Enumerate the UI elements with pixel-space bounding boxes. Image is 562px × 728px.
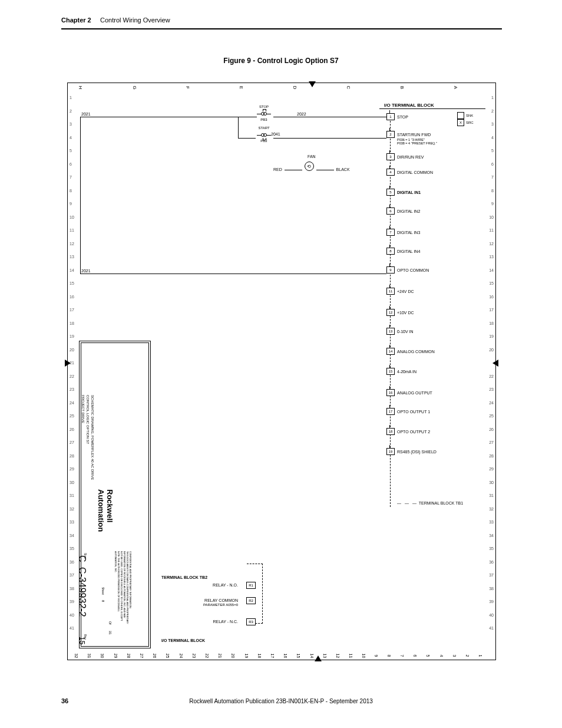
terminal-box-2: 2 — [386, 131, 395, 138]
grid-col-D: D — [292, 86, 297, 90]
io-terminal-block-title: I/O TERMINAL BLOCK — [384, 103, 434, 108]
grid-bottom-19: 19 — [244, 654, 249, 658]
grid-row-right-4: 4 — [491, 136, 494, 140]
grid-bottom-9: 9 — [374, 655, 378, 657]
tb1-label: — — — TERMINAL BLOCK TB1 — [397, 501, 463, 505]
titleblock-conf4: NOT BE USED, COPIED OR DISCLOSED TO OTHE… — [120, 551, 123, 621]
terminal-4: 4DIGITAL COMMON — [386, 169, 433, 180]
terminal-tick-5 — [389, 186, 391, 189]
grid-row-right-22: 22 — [489, 374, 494, 378]
grid-row-left-14: 14 — [70, 268, 74, 272]
grid-bottom-2: 2 — [465, 655, 470, 657]
grid-row-right-32: 32 — [489, 507, 494, 511]
grid-row-left-36: 36 — [70, 560, 74, 564]
terminal-8: 8DIGITAL IN4 — [386, 248, 420, 259]
wire-start-out — [273, 138, 386, 139]
grid-row-right-28: 28 — [489, 454, 494, 458]
grid-col-H: H — [78, 86, 83, 90]
start-pushbutton: START PB2 — [257, 132, 271, 138]
grid-bottom-16: 16 — [284, 654, 288, 658]
grid-row-left-11: 11 — [70, 228, 74, 232]
titleblock-conf1: CONFIDENTIAL AND PROPRIETARY INFORMATION… — [129, 551, 132, 609]
terminal-17: 17OPTO OUTPUT 1 — [386, 408, 430, 420]
terminal-label-1: STOP — [397, 115, 408, 119]
terminal-box-12: 12 — [386, 309, 395, 316]
wire-1 — [80, 117, 257, 117]
grid-row-right-10: 10 — [489, 215, 494, 219]
grid-row-right-2: 2 — [491, 109, 494, 113]
grid-row-right-31: 31 — [489, 493, 494, 498]
relay-terminal-block: TERMINAL BLOCK TB2 RELAY - N.O. R1 RELAY… — [161, 575, 256, 643]
terminal-tick-9 — [389, 263, 391, 266]
terminal-7: 7DIGITAL IN3 — [386, 229, 420, 241]
grid-row-left-2: 2 — [70, 109, 72, 113]
wire-ref-2041: 2041 — [271, 132, 280, 136]
titleblock-conf5: WITH THE AUTHORIZED PERMISSION OF ROCKWE… — [117, 551, 120, 612]
grid-row-right-33: 33 — [489, 520, 494, 524]
grid-row-right-35: 35 — [489, 546, 494, 551]
header-rule — [61, 28, 502, 29]
terminal-box-1: 1 — [386, 113, 395, 120]
grid-bottom-14: 14 — [310, 654, 314, 658]
grid-col-C: C — [346, 86, 351, 90]
terminal-label-13: 0-10V IN — [397, 330, 414, 334]
terminal-box-7: 7 — [386, 229, 395, 236]
terminal-tick-2 — [389, 128, 391, 131]
grid-row-left-34: 34 — [70, 533, 74, 538]
terminal-tick-1 — [389, 110, 391, 113]
grid-row-right-15: 15 — [489, 281, 494, 285]
grid-row-left-27: 27 — [70, 440, 74, 444]
terminal-tick-18 — [389, 425, 391, 428]
figure-title: Figure 9 - Control Logic Option S7 — [0, 57, 562, 65]
grid-row-left-12: 12 — [70, 242, 74, 246]
terminal-label-5: DIGITAL IN1 — [397, 190, 421, 195]
section-title: Control Wiring Overview — [100, 17, 170, 24]
terminal-box-19: 19 — [386, 448, 395, 455]
grid-row-right-39: 39 — [489, 599, 494, 604]
grid-row-left-13: 13 — [70, 255, 74, 259]
grid-row-right-18: 18 — [489, 321, 494, 325]
grid-bottom-7: 7 — [400, 655, 404, 657]
grid-bottom-10: 10 — [362, 654, 366, 658]
fan-symbol: FAN RED ⟲ BLACK — [273, 162, 350, 172]
relay-row-r2: RELAY COMMON PARAMETER A055=0 R2 — [161, 595, 256, 616]
terminal-tick-4 — [389, 166, 391, 169]
stop-pb-label: STOP — [257, 105, 271, 108]
grid-row-left-35: 35 — [70, 546, 74, 551]
stop-pb-ref: PB3 — [257, 118, 271, 121]
grid-row-right-12: 12 — [489, 242, 494, 246]
grid-row-left-17: 17 — [70, 308, 74, 312]
terminal-label-11: +24V DC — [397, 289, 414, 294]
grid-bottom-29: 29 — [114, 654, 118, 658]
terminal-tick-3 — [389, 150, 391, 153]
snk-label: SNK — [466, 114, 473, 117]
grid-bottom-23: 23 — [192, 654, 196, 658]
terminal-label-6: DIGITAL IN2 — [397, 209, 420, 213]
src-label: SRC — [466, 121, 474, 124]
terminal-label-12: +10V DC — [397, 311, 414, 315]
tb2-title: TERMINAL BLOCK TB2 — [161, 575, 256, 579]
terminal-18: 18OPTO OUTPUT 2 — [386, 428, 430, 440]
wire-vert-left — [80, 117, 81, 274]
terminal-label-2: START/RUN FWD — [397, 133, 431, 137]
terminal-15: 154-20mA IN — [386, 368, 416, 380]
terminal-12: 12+10V DC — [386, 309, 414, 321]
grid-row-left-23: 23 — [70, 387, 74, 391]
terminal-box-5: 5 — [386, 189, 395, 196]
terminal-tick-13 — [389, 325, 391, 328]
grid-row-left-9: 9 — [70, 202, 72, 206]
nav-arrow-left-icon — [492, 360, 498, 367]
terminal-tick-6 — [389, 205, 391, 207]
snk-src-selector: SNK X SRC — [457, 112, 474, 126]
wire-3 — [80, 274, 386, 274]
titleblock-line1: SCHEMATIC DRAWING, POWERFLEX 40 AC DRIVE — [91, 395, 94, 480]
fan-motor-icon: ⟲ — [305, 162, 314, 171]
grid-row-left-24: 24 — [70, 401, 74, 405]
grid-row-right-40: 40 — [489, 613, 494, 617]
grid-bottom-27: 27 — [140, 654, 144, 658]
titleblock-line3: PROJECT DRIVE — [81, 395, 85, 423]
grid-row-right-19: 19 — [489, 334, 494, 338]
grid-bottom-12: 12 — [336, 654, 340, 658]
terminal-tick-7 — [389, 226, 391, 229]
grid-row-left-25: 25 — [70, 414, 74, 418]
